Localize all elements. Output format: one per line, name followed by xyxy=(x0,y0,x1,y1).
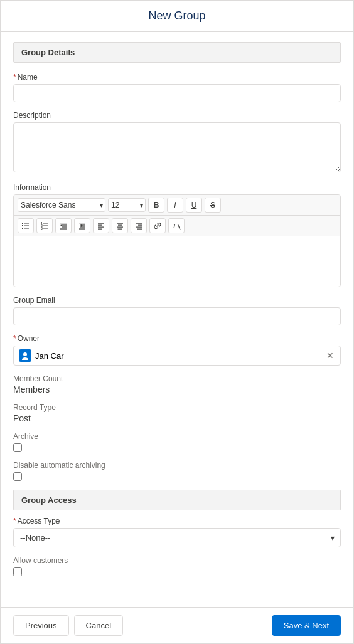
svg-rect-32 xyxy=(136,227,142,228)
strikethrough-button[interactable]: S xyxy=(205,198,221,213)
align-left-button[interactable] xyxy=(93,218,109,233)
svg-rect-2 xyxy=(22,225,23,226)
rich-text-editor: Salesforce Sans 12 B I U S xyxy=(13,194,341,287)
svg-rect-3 xyxy=(24,226,29,226)
archive-checkbox-group xyxy=(13,443,341,452)
svg-marker-16 xyxy=(60,224,62,227)
svg-rect-20 xyxy=(79,228,85,229)
archive-field-group: Archive xyxy=(13,432,341,452)
previous-button[interactable]: Previous xyxy=(13,615,69,636)
owner-avatar-icon xyxy=(19,349,31,362)
archive-label: Archive xyxy=(13,432,341,441)
name-required-mark: * xyxy=(13,73,16,82)
name-input[interactable] xyxy=(13,84,341,102)
svg-text:T: T xyxy=(173,223,177,229)
name-field-group: *Name xyxy=(13,73,341,102)
svg-rect-5 xyxy=(24,228,29,229)
indent-increase-button[interactable] xyxy=(74,218,90,233)
italic-button[interactable]: I xyxy=(167,198,183,213)
member-count-field-group: Member Count Members xyxy=(13,374,341,394)
font-size-select-wrap: 12 xyxy=(108,198,146,212)
disable-archiving-field-group: Disable automatic archiving xyxy=(13,461,341,481)
access-type-select[interactable]: --None-- Public Private Unlisted xyxy=(13,528,341,547)
svg-rect-24 xyxy=(98,227,104,228)
information-field-group: Information Salesforce Sans 12 B xyxy=(13,183,341,287)
rte-toolbar-top: Salesforce Sans 12 B I U S xyxy=(14,195,340,216)
svg-rect-0 xyxy=(22,223,23,224)
record-type-value: Post xyxy=(13,413,341,423)
modal-title: New Group xyxy=(13,9,341,23)
group-email-label: Group Email xyxy=(13,296,341,305)
disable-archiving-checkbox-group xyxy=(13,472,341,481)
svg-rect-31 xyxy=(138,225,142,226)
member-count-value: Members xyxy=(13,384,341,394)
allow-customers-checkbox-group xyxy=(13,567,341,576)
modal-footer: Previous Cancel Save & Next xyxy=(1,607,353,643)
svg-rect-13 xyxy=(62,224,67,225)
group-email-field-group: Group Email xyxy=(13,296,341,325)
owner-label: *Owner xyxy=(13,334,341,343)
svg-rect-22 xyxy=(98,223,104,224)
svg-rect-9 xyxy=(43,226,48,226)
owner-field[interactable]: Jan Car ✕ xyxy=(13,346,341,366)
allow-customers-field-group: Allow customers xyxy=(13,556,341,576)
modal-header: New Group xyxy=(1,1,353,32)
description-field-group: Description xyxy=(13,111,341,174)
rte-toolbar-bottom: 1. 2. 3. xyxy=(14,216,340,236)
description-input[interactable] xyxy=(13,122,341,172)
font-family-select[interactable]: Salesforce Sans xyxy=(18,198,105,212)
svg-rect-14 xyxy=(62,226,67,227)
svg-rect-23 xyxy=(98,225,102,226)
unordered-list-button[interactable] xyxy=(18,218,34,233)
access-type-required-mark: * xyxy=(13,517,16,525)
svg-rect-30 xyxy=(136,223,142,224)
cancel-button[interactable]: Cancel xyxy=(74,615,123,636)
svg-rect-1 xyxy=(24,223,29,224)
group-details-section-header: Group Details xyxy=(13,42,341,63)
owner-clear-button[interactable]: ✕ xyxy=(325,351,335,360)
record-type-label: Record Type xyxy=(13,403,341,412)
access-type-field-group: *Access Type --None-- Public Private Unl… xyxy=(13,517,341,547)
description-label: Description xyxy=(13,111,341,120)
rte-content-area[interactable] xyxy=(14,236,340,287)
align-right-button[interactable] xyxy=(131,218,147,233)
modal-body: Group Details *Name Description Informat… xyxy=(1,32,353,607)
svg-rect-27 xyxy=(118,225,122,226)
disable-archiving-checkbox[interactable] xyxy=(13,472,22,481)
svg-line-35 xyxy=(178,224,180,230)
allow-customers-checkbox[interactable] xyxy=(13,567,22,576)
align-center-button[interactable] xyxy=(112,218,128,233)
svg-point-36 xyxy=(23,352,27,356)
footer-left-buttons: Previous Cancel xyxy=(13,615,123,636)
link-button[interactable] xyxy=(149,218,166,233)
svg-rect-11 xyxy=(43,228,48,229)
svg-rect-7 xyxy=(43,223,48,224)
clear-format-button[interactable]: T xyxy=(168,218,185,233)
font-family-select-wrap: Salesforce Sans xyxy=(18,198,105,212)
svg-rect-12 xyxy=(60,223,67,223)
svg-rect-25 xyxy=(98,229,102,230)
member-count-label: Member Count xyxy=(13,374,341,383)
svg-rect-33 xyxy=(137,229,142,230)
save-next-button[interactable]: Save & Next xyxy=(272,615,341,636)
svg-rect-26 xyxy=(117,223,123,224)
font-size-select[interactable]: 12 xyxy=(108,198,146,212)
record-type-field-group: Record Type Post xyxy=(13,403,341,423)
indent-decrease-button[interactable] xyxy=(55,218,72,233)
bold-button[interactable]: B xyxy=(148,198,164,213)
archive-checkbox[interactable] xyxy=(13,443,22,452)
ordered-list-button[interactable]: 1. 2. 3. xyxy=(36,218,53,233)
group-email-input[interactable] xyxy=(13,307,341,325)
svg-rect-28 xyxy=(117,227,123,228)
svg-rect-4 xyxy=(22,228,23,229)
disable-archiving-label: Disable automatic archiving xyxy=(13,461,341,470)
access-type-label: *Access Type xyxy=(13,517,341,525)
allow-customers-label: Allow customers xyxy=(13,556,341,565)
underline-button[interactable]: U xyxy=(186,198,202,213)
svg-rect-15 xyxy=(60,228,67,229)
owner-required-mark: * xyxy=(13,334,16,343)
owner-name: Jan Car xyxy=(35,351,64,361)
access-type-select-wrap: --None-- Public Private Unlisted xyxy=(13,528,341,547)
name-label: *Name xyxy=(13,73,341,82)
svg-point-37 xyxy=(22,357,28,360)
